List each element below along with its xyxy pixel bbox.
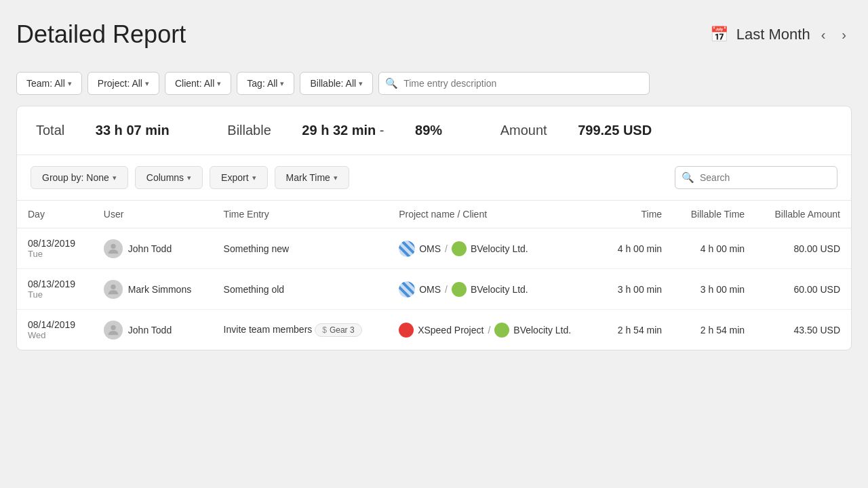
- amount-summary: Amount 799.25 USD: [500, 123, 652, 138]
- col-project: Project name / Client: [388, 201, 600, 228]
- project-client-cell: OMS / BVelocity Ltd.: [388, 228, 600, 269]
- billable-amount-cell: 43.50 USD: [755, 310, 851, 350]
- team-filter-button[interactable]: Team: All ▾: [16, 72, 82, 95]
- table-header-row: Day User Time Entry Project name / Clien…: [17, 201, 851, 228]
- billable-time-cell: 3 h 00 min: [673, 269, 755, 310]
- svg-point-7: [111, 284, 115, 289]
- time-entry-cell: Something new: [213, 228, 389, 269]
- chevron-down-icon: ▾: [334, 174, 338, 182]
- time-entry-cell: Something old: [213, 269, 389, 310]
- total-summary: Total 33 h 07 min: [36, 123, 173, 138]
- table-toolbar: Group by: None ▾ Columns ▾ Export ▾ Mark…: [17, 155, 851, 201]
- time-entry-text: Something old: [224, 284, 285, 295]
- date-range-label: Last Month: [736, 26, 810, 43]
- client-dot: [452, 241, 467, 256]
- billable-time-cell: 4 h 00 min: [673, 228, 755, 269]
- avatar: [104, 239, 123, 258]
- client-dot: [452, 282, 467, 297]
- project-client-cell: XSpeed Project / BVelocity Ltd.: [388, 310, 600, 350]
- user-cell: John Todd: [93, 310, 213, 350]
- time-entry-text: Invite team members: [224, 324, 313, 335]
- slash-separator: /: [488, 325, 490, 336]
- chevron-down-icon: ▾: [113, 174, 117, 182]
- user-name: John Todd: [128, 243, 172, 254]
- export-button[interactable]: Export ▾: [210, 166, 267, 189]
- user-name: Mark Simmons: [128, 284, 191, 295]
- chevron-down-icon: ▾: [252, 174, 256, 182]
- project-filter-button[interactable]: Project: All ▾: [87, 72, 159, 95]
- main-card: Total 33 h 07 min Billable 29 h 32 min -…: [16, 106, 852, 350]
- calendar-icon: 📅: [710, 26, 728, 43]
- client-name: BVelocity Ltd.: [471, 284, 528, 295]
- tag-label: Gear 3: [330, 325, 355, 335]
- tag-filter-button[interactable]: Tag: All ▾: [237, 72, 294, 95]
- table-row: 08/13/2019Tue John Todd Something new OM…: [17, 228, 851, 269]
- chevron-down-icon: ▾: [217, 79, 221, 88]
- chevron-down-icon: ▾: [145, 79, 149, 88]
- chevron-down-icon: ▾: [187, 174, 191, 182]
- search-icon: 🔍: [682, 171, 694, 184]
- table-row: 08/14/2019Wed John Todd Invite team memb…: [17, 310, 851, 350]
- col-day: Day: [17, 201, 93, 228]
- day-cell: 08/13/2019Tue: [17, 269, 93, 310]
- project-client-cell: OMS / BVelocity Ltd.: [388, 269, 600, 310]
- slash-separator: /: [445, 284, 448, 295]
- user-name: John Todd: [128, 325, 172, 336]
- avatar: [104, 321, 123, 340]
- time-cell: 3 h 00 min: [600, 269, 673, 310]
- project-icon: [399, 281, 415, 298]
- svg-point-0: [111, 243, 115, 248]
- user-cell: Mark Simmons: [93, 269, 213, 310]
- table-row: 08/13/2019Tue Mark Simmons Something old…: [17, 269, 851, 310]
- client-name: BVelocity Ltd.: [471, 243, 528, 254]
- avatar: [104, 280, 123, 299]
- time-cell: 2 h 54 min: [600, 310, 673, 350]
- project-icon: [399, 241, 415, 257]
- chevron-down-icon: ▾: [359, 79, 363, 88]
- slash-separator: /: [445, 243, 448, 254]
- page-header: Detailed Report 📅 Last Month ‹ ›: [16, 14, 852, 56]
- chevron-down-icon: ▾: [280, 79, 284, 88]
- project-name: OMS: [419, 243, 441, 254]
- next-period-button[interactable]: ›: [836, 24, 852, 45]
- billable-amount-cell: 60.00 USD: [755, 269, 851, 310]
- project-icon: [399, 323, 414, 338]
- billable-time-cell: 2 h 54 min: [673, 310, 755, 350]
- client-dot: [494, 323, 509, 338]
- tag-badge: $Gear 3: [315, 323, 361, 337]
- project-name: XSpeed Project: [418, 325, 484, 336]
- search-icon: 🔍: [385, 77, 398, 89]
- col-time: Time: [600, 201, 673, 228]
- col-time-entry: Time Entry: [213, 201, 389, 228]
- table-search: 🔍: [675, 166, 837, 189]
- time-entry-cell: Invite team members $Gear 3: [213, 310, 389, 350]
- col-user: User: [93, 201, 213, 228]
- svg-point-14: [111, 325, 115, 329]
- columns-button[interactable]: Columns ▾: [135, 166, 203, 189]
- day-cell: 08/13/2019Tue: [17, 228, 93, 269]
- col-billable-time: Billable Time: [673, 201, 755, 228]
- chevron-down-icon: ▾: [68, 79, 72, 88]
- client-filter-button[interactable]: Client: All ▾: [165, 72, 231, 95]
- billable-filter-button[interactable]: Billable: All ▾: [300, 72, 373, 95]
- description-search-input[interactable]: [378, 72, 650, 95]
- mark-time-button[interactable]: Mark Time ▾: [275, 166, 349, 189]
- client-name: BVelocity Ltd.: [513, 325, 571, 336]
- time-cell: 4 h 00 min: [600, 228, 673, 269]
- day-cell: 08/14/2019Wed: [17, 310, 93, 350]
- prev-period-button[interactable]: ‹: [816, 24, 831, 45]
- project-name: OMS: [419, 284, 441, 295]
- table-search-input[interactable]: [675, 166, 837, 189]
- date-navigation: 📅 Last Month ‹ ›: [710, 24, 852, 45]
- time-entry-text: Something new: [224, 243, 290, 254]
- billable-amount-cell: 80.00 USD: [755, 228, 851, 269]
- summary-row: Total 33 h 07 min Billable 29 h 32 min -…: [17, 106, 851, 155]
- user-cell: John Todd: [93, 228, 213, 269]
- description-search: 🔍: [378, 72, 650, 95]
- col-billable-amount: Billable Amount: [755, 201, 851, 228]
- filter-bar: Team: All ▾ Project: All ▾ Client: All ▾…: [16, 72, 852, 95]
- page-title: Detailed Report: [16, 20, 186, 49]
- group-by-button[interactable]: Group by: None ▾: [31, 166, 128, 189]
- billable-summary: Billable 29 h 32 min - 89%: [227, 123, 446, 138]
- entries-table: Day User Time Entry Project name / Clien…: [17, 201, 851, 350]
